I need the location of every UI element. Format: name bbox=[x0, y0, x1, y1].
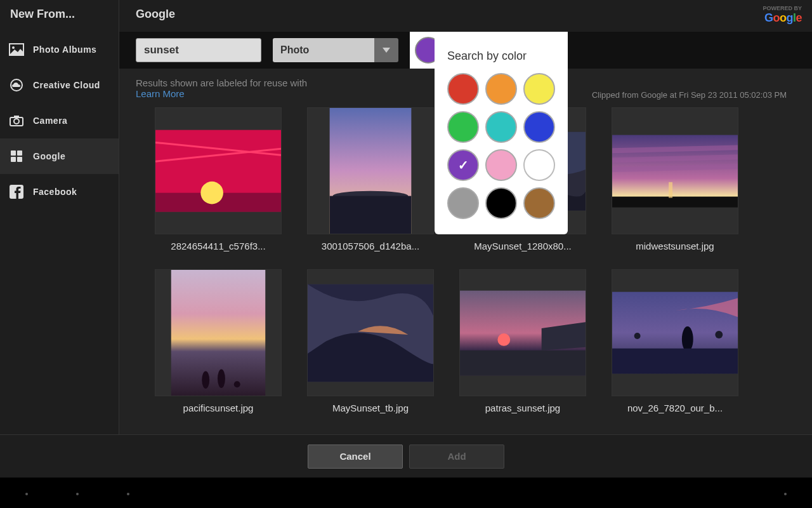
image-icon bbox=[9, 42, 24, 57]
svg-point-23 bbox=[218, 369, 225, 388]
color-swatch-yellow[interactable] bbox=[523, 73, 555, 105]
color-swatch-white[interactable] bbox=[523, 149, 555, 181]
search-input[interactable] bbox=[136, 38, 261, 62]
header-title: Google POWERED BY Google bbox=[119, 0, 812, 32]
add-button[interactable]: Add bbox=[409, 444, 504, 469]
svg-point-32 bbox=[715, 331, 723, 338]
sidebar-item-label: Google bbox=[33, 151, 65, 161]
color-swatch-teal[interactable] bbox=[485, 111, 517, 143]
sidebar-item-google[interactable]: Google bbox=[0, 138, 119, 174]
sidebar-item-camera[interactable]: Camera bbox=[0, 103, 119, 138]
svg-point-5 bbox=[14, 119, 19, 124]
result-caption: MaySunset_tb.jpg bbox=[332, 403, 409, 413]
color-swatch-blue[interactable] bbox=[523, 111, 555, 143]
sidebar-title: New From... bbox=[0, 0, 119, 32]
facebook-icon bbox=[9, 184, 24, 199]
svg-rect-4 bbox=[14, 116, 19, 118]
svg-rect-19 bbox=[612, 196, 738, 207]
result-card[interactable]: pacificsunset.jpg bbox=[155, 269, 282, 413]
svg-rect-8 bbox=[11, 157, 16, 162]
cloud-icon bbox=[9, 77, 24, 93]
result-card[interactable]: midwestsunset.jpg bbox=[612, 107, 738, 251]
powered-by: POWERED BY Google bbox=[763, 5, 802, 25]
svg-point-1 bbox=[12, 46, 15, 49]
svg-point-24 bbox=[234, 381, 240, 387]
footer-bar: Cancel Add bbox=[0, 434, 812, 478]
result-caption: MaySunset_1280x80... bbox=[474, 241, 571, 251]
camera-icon bbox=[9, 113, 24, 128]
color-swatch-brown[interactable] bbox=[523, 187, 555, 219]
system-dock bbox=[0, 478, 812, 508]
result-caption: 3001057506_d142ba... bbox=[322, 241, 419, 251]
sidebar-item-photo-albums[interactable]: Photo Albums bbox=[0, 32, 119, 67]
color-swatch-red[interactable] bbox=[447, 73, 479, 105]
svg-rect-9 bbox=[17, 157, 22, 162]
learn-more-link[interactable]: Learn More bbox=[136, 88, 185, 99]
svg-rect-28 bbox=[460, 350, 586, 375]
sidebar-item-facebook[interactable]: Facebook bbox=[0, 174, 119, 210]
sidebar-item-label: Facebook bbox=[33, 187, 77, 197]
result-caption: midwestsunset.jpg bbox=[636, 241, 714, 251]
chevron-down-icon bbox=[374, 38, 398, 62]
color-swatch-green[interactable] bbox=[447, 111, 479, 143]
clip-info: Clipped from Google at Fri Sep 23 2011 0… bbox=[592, 77, 787, 100]
sidebar-item-creative-cloud[interactable]: Creative Cloud bbox=[0, 67, 119, 103]
result-card[interactable]: MaySunset_tb.jpg bbox=[307, 269, 434, 413]
svg-point-30 bbox=[682, 326, 693, 352]
result-caption: 2824654411_c576f3... bbox=[171, 241, 265, 251]
color-swatch-orange[interactable] bbox=[485, 73, 517, 105]
svg-point-22 bbox=[202, 371, 209, 389]
main-panel: Photo C Results shown are labeled for re… bbox=[119, 32, 812, 434]
cancel-button[interactable]: Cancel bbox=[308, 444, 403, 469]
sidebar-item-label: Creative Cloud bbox=[33, 80, 100, 90]
svg-point-31 bbox=[634, 333, 641, 339]
google-icon bbox=[9, 149, 24, 164]
svg-point-27 bbox=[497, 333, 510, 345]
svg-rect-7 bbox=[17, 150, 22, 156]
color-popup-title: Search by color bbox=[447, 50, 555, 63]
color-swatch-purple[interactable] bbox=[447, 149, 479, 181]
result-card[interactable]: nov_26_7820_our_b... bbox=[612, 269, 738, 413]
result-caption: nov_26_7820_our_b... bbox=[627, 403, 723, 413]
svg-rect-6 bbox=[11, 150, 16, 156]
result-card[interactable]: patras_sunset.jpg bbox=[459, 269, 586, 413]
license-info: Results shown are labeled for reuse with… bbox=[136, 77, 307, 100]
type-selected: Photo bbox=[273, 38, 374, 62]
color-grid bbox=[447, 73, 555, 219]
source-name: Google bbox=[136, 8, 175, 20]
color-swatch-pink[interactable] bbox=[485, 149, 517, 181]
svg-rect-33 bbox=[612, 349, 738, 374]
color-picker-popup: Search by color bbox=[435, 32, 568, 234]
result-card[interactable]: 2824654411_c576f3... bbox=[155, 107, 282, 251]
result-caption: patras_sunset.jpg bbox=[485, 403, 560, 413]
svg-rect-20 bbox=[669, 182, 672, 197]
color-swatch-black[interactable] bbox=[485, 187, 517, 219]
result-card[interactable]: 3001057506_d142ba... bbox=[307, 107, 434, 251]
sidebar-item-label: Photo Albums bbox=[33, 44, 96, 55]
svg-rect-16 bbox=[330, 196, 412, 234]
result-caption: pacificsunset.jpg bbox=[183, 403, 254, 413]
type-dropdown[interactable]: Photo bbox=[273, 38, 398, 62]
color-swatch-gray[interactable] bbox=[447, 187, 479, 219]
svg-point-13 bbox=[200, 182, 223, 204]
google-logo: Google bbox=[763, 11, 802, 25]
source-sidebar: Photo Albums Creative Cloud Camera Googl… bbox=[0, 32, 119, 434]
sidebar-item-label: Camera bbox=[33, 116, 67, 126]
